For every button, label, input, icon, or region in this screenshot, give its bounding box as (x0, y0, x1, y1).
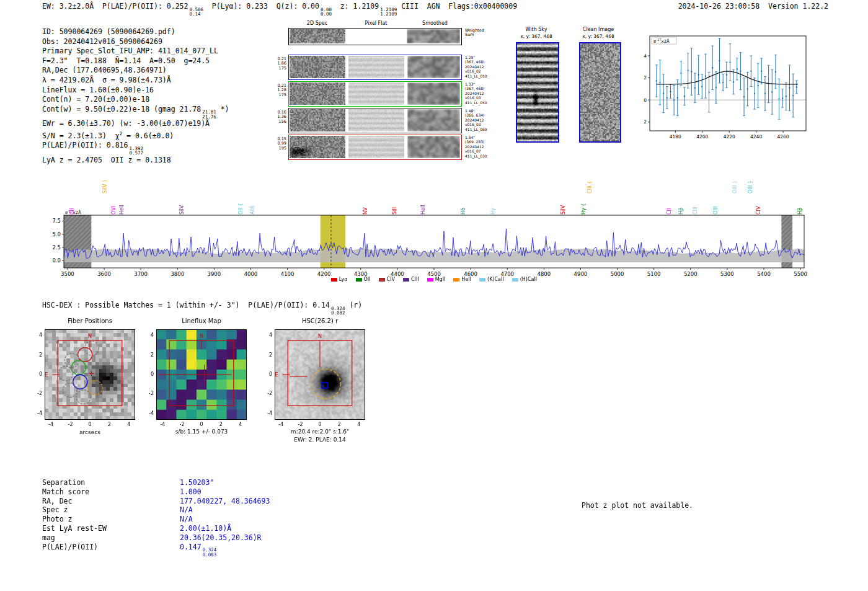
uncertainty-lower: 0.577 (129, 151, 143, 156)
cutout-column-header: 2D Spec (288, 20, 346, 26)
with-sky-coords: x, y: 367, 468 (510, 33, 563, 39)
legend-label: (K)CaII (487, 277, 504, 282)
cutout-row-left-stats: 0.15 0.99 195 (273, 137, 286, 151)
text-segment: 1.000 (180, 487, 202, 496)
svg-text:N: N (318, 334, 322, 339)
table-row-label: mag (42, 533, 180, 542)
text-segment: LyA z = 2.4705 OII z = 0.1318 (42, 156, 171, 164)
text-segment: Cont(n) = 7.20(±0.00)e-18 (42, 95, 149, 104)
svg-text:E: E (45, 372, 48, 378)
row-pixel-flat-image (348, 136, 404, 158)
info-line: F=2.3" T=0.188 N̄=1.14 A=0.50 g=24.5 (42, 56, 229, 66)
weighted-sum-label: Weighted Sum (465, 29, 487, 37)
cutout-column-header: Smoothed (406, 20, 464, 26)
clean-image-title: Clean Image (572, 27, 625, 32)
row-pixel-flat-image (348, 82, 404, 105)
row-2d-spec-image (290, 136, 345, 158)
spec-cutout-grid: 2D SpecPixel FlatSmoothedWeighted Sum0.2… (273, 20, 509, 164)
table-row: Match score1.000 (42, 487, 270, 497)
text-segment: P(LAE)/P(OII): 0.816 (42, 141, 128, 149)
clean-image (579, 42, 621, 143)
table-row-value: 0.1470.3240.083 (180, 543, 216, 551)
detection-info-block: ID: 5090064269 (5090064269.pdf)Obs: 2024… (42, 27, 229, 165)
text-segment: F=2.3" T=0.188 N̄=1.14 A=0.50 g=24.5 (42, 56, 210, 65)
table-row-label: Match score (42, 487, 180, 496)
panel-y-tick-label: 4 (261, 332, 272, 338)
legend-label: MgII (435, 277, 446, 282)
panel-x-tick-label: 4 (233, 422, 248, 427)
row-smoothed-image (407, 136, 460, 158)
info-line: EWr = 6.30(±3.70) (w: -3.00(±0.07)e19)Å (42, 119, 229, 129)
spectral-line-marker: OIII } (732, 180, 738, 193)
svg-text:0.0: 0.0 (52, 257, 61, 264)
svg-text:2: 2 (644, 75, 647, 81)
text-segment: Obs: 20240412v016_5090064269 (42, 37, 162, 46)
panel-y-tick-label: 0 (143, 371, 154, 377)
hsc-photometry-caption: m:20.4 re:2.0" s:1.6" (262, 429, 378, 435)
fiber-positions-overlay: NE (45, 329, 135, 420)
text-segment: P(Lyα): 0.233 Q(z): 0.00 (203, 2, 319, 11)
panel-x-tick-label: 0 (194, 422, 209, 427)
legend-swatch (453, 278, 459, 282)
legend-swatch (379, 278, 385, 282)
uncertainty-lower: 1.2109 (380, 12, 397, 17)
hsc-cutout-title: HSC(26.2) r (268, 318, 371, 324)
stacked-uncertainty: 0.3240.083 (203, 548, 217, 557)
info-line: S/N = 2.3(±1.3) χ2 = 0.6(±0.0) (42, 129, 229, 141)
row-pixel-flat-image (348, 56, 404, 78)
cutout-row-left-stats: 0.21 1.28 175 (273, 84, 286, 97)
uncertainty-lower: 0.00 (321, 12, 332, 17)
panel-x-tick-label: -2 (63, 422, 78, 427)
table-row: Separation1.50203" (42, 478, 270, 487)
svg-text:4: 4 (644, 53, 647, 59)
fiber-positions-title: Fiber Positions (38, 318, 141, 324)
hsc-match-header: HSC-DEX : Possible Matches = 1 (within +… (42, 301, 362, 316)
legend-item: CIV (379, 277, 395, 282)
legend-label: CIV (387, 277, 395, 282)
legend-label: OII (364, 277, 371, 282)
svg-text:0: 0 (644, 97, 647, 103)
legend-item: Lyα (331, 277, 348, 282)
legend-label: HeII (461, 277, 471, 282)
lineflux-map-title: Lineflux Map (150, 318, 253, 324)
table-row-value: 2.00(±1.10)Å (180, 524, 231, 533)
cutout-row (288, 108, 462, 133)
text-segment: HSC-DEX : Possible Matches = 1 (within +… (42, 301, 330, 309)
legend-swatch (427, 278, 433, 282)
text-segment: CIII AGN Flags:0x00400009 (397, 2, 517, 11)
panel-y-tick-label: 2 (31, 352, 42, 358)
panel-y-tick-label: -4 (143, 411, 154, 416)
svg-text:N: N (88, 334, 92, 339)
cutout-row (288, 55, 462, 80)
hsc-ew-caption: EWr: 2. PLAE: 0.14 (262, 437, 378, 443)
text-segment: (r) (345, 301, 362, 309)
row-2d-spec-image (290, 109, 345, 131)
table-row-value: 20.36(20.35,20.36)R (180, 533, 262, 542)
uncertainty-lower: 0.082 (331, 311, 345, 316)
text-segment: EWr = 6.30(±3.70) (w: -3.00(±0.07)e19)Å (42, 119, 210, 128)
stacked-uncertainty: 1.3920.577 (129, 146, 143, 156)
svg-text:4260: 4260 (777, 134, 789, 140)
info-line: RA,Dec (177.040695,48.364971) (42, 66, 229, 76)
table-row-label: P(LAE)/P(OII) (42, 543, 180, 551)
cutout-row-left-stats: 0.21 1.66 175 (273, 57, 286, 71)
info-line: Cont(n) = 7.20(±0.00)e-18 (42, 95, 229, 105)
table-row: Spec zN/A (42, 505, 270, 515)
table-row-value: 177.040227, 48.364693 (180, 497, 270, 505)
table-row-label: Spec z (42, 505, 180, 514)
stacked-uncertainty: 1.21091.2109 (380, 7, 397, 17)
panel-x-tick-label: 4 (122, 422, 136, 427)
text-segment: z: 1.2109 (332, 2, 379, 11)
info-line: LineFlux = 1.60(±0.90)e-16 (42, 86, 229, 96)
panel-y-tick-label: -4 (261, 411, 272, 416)
panel-y-tick-label: 4 (143, 332, 154, 338)
cutout-row-left-stats: 0.16 1.36 156 (273, 110, 286, 124)
svg-text:E: E (275, 372, 278, 378)
table-row-value: 1.50203" (180, 478, 214, 487)
cutout-row-right-info: 1.29" (367, 468) 20240412 v016_02 411_LL… (465, 55, 508, 78)
with-sky-image (516, 42, 559, 143)
legend-item: CIII (403, 277, 419, 282)
info-line: λ = 4219.02Å σ = 9.98(±4.73)Å (42, 76, 229, 86)
panel-x-tick-label: -2 (293, 422, 308, 427)
info-line: ID: 5090064269 (5090064269.pdf) (42, 27, 229, 37)
